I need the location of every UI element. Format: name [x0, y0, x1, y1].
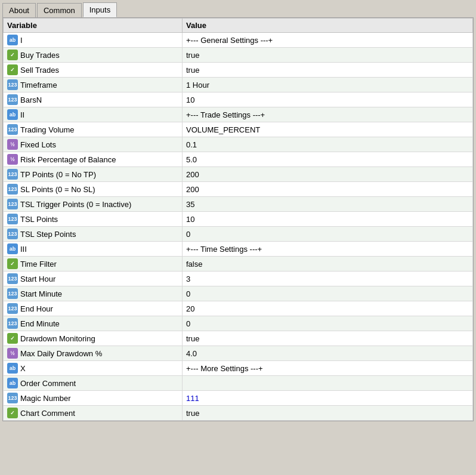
- row-icon: 123: [7, 169, 18, 180]
- value-cell: 0.1: [183, 137, 473, 152]
- row-icon: 123: [7, 199, 18, 209]
- value-cell: +--- Time Settings ---+: [183, 242, 473, 257]
- value-cell: [183, 376, 473, 391]
- row-icon: 123: [7, 214, 18, 224]
- table-row[interactable]: 123Trading VolumeVOLUME_PERCENT: [4, 122, 473, 137]
- table-row[interactable]: ½Fixed Lots0.1: [4, 137, 473, 152]
- variable-label: TP Points (0 = No TP): [20, 170, 96, 179]
- table-row[interactable]: ½Max Daily Drawdown %4.0: [4, 346, 473, 361]
- table-row[interactable]: 123TSL Trigger Points (0 = Inactive)35: [4, 197, 473, 212]
- row-icon: ab: [7, 109, 18, 120]
- variable-label: BarsN: [20, 95, 42, 104]
- value-cell: true: [183, 331, 473, 346]
- value-cell: 4.0: [183, 346, 473, 361]
- tab-bar: About Common Inputs: [0, 0, 476, 17]
- row-icon: ½: [7, 139, 18, 150]
- tab-about[interactable]: About: [2, 3, 36, 17]
- row-icon: ✓: [7, 333, 18, 344]
- table-row[interactable]: abI+--- General Settings ---+: [4, 33, 473, 48]
- variable-label: Time Filter: [20, 260, 57, 269]
- variable-label: Fixed Lots: [20, 140, 56, 149]
- value-cell: 5.0: [183, 152, 473, 167]
- column-header-variable: Variable: [4, 18, 183, 33]
- row-icon: ✓: [7, 258, 18, 269]
- value-cell: true: [183, 48, 473, 63]
- variable-label: Start Hour: [20, 274, 55, 283]
- row-icon: ½: [7, 348, 18, 359]
- row-icon: 123: [7, 318, 18, 329]
- value-cell: 20: [183, 301, 473, 316]
- table-row[interactable]: 123Timeframe1 Hour: [4, 78, 473, 92]
- row-icon: ab: [7, 243, 18, 254]
- table-row[interactable]: abX+--- More Settings ---+: [4, 361, 473, 376]
- table-row[interactable]: 123SL Points (0 = No SL)200: [4, 182, 473, 197]
- variable-label: TSL Trigger Points (0 = Inactive): [20, 200, 131, 209]
- variable-label: I: [20, 36, 23, 45]
- row-icon: ab: [7, 35, 18, 45]
- variable-label: Drawdown Monitoring: [20, 334, 95, 343]
- tab-inputs[interactable]: Inputs: [83, 2, 117, 17]
- variable-label: End Hour: [20, 304, 53, 313]
- value-cell: +--- Trade Settings ---+: [183, 107, 473, 122]
- table-row[interactable]: ✓Sell Tradestrue: [4, 63, 473, 78]
- row-icon: 123: [7, 184, 18, 195]
- row-icon: 123: [7, 303, 18, 314]
- tab-common[interactable]: Common: [37, 3, 82, 17]
- variable-label: X: [20, 364, 26, 373]
- table-row[interactable]: abII+--- Trade Settings ---+: [4, 107, 473, 122]
- row-icon: ab: [7, 378, 18, 388]
- variable-label: Trading Volume: [20, 125, 75, 134]
- table-row[interactable]: 123Magic Number111: [4, 391, 473, 406]
- content-area: Variable Value abI+--- General Settings …: [2, 17, 474, 421]
- value-cell: false: [183, 257, 473, 272]
- variable-label: Order Comment: [20, 379, 76, 388]
- value-cell: +--- More Settings ---+: [183, 361, 473, 376]
- value-cell: 200: [183, 182, 473, 197]
- value-cell: +--- General Settings ---+: [183, 33, 473, 48]
- row-icon: ✓: [7, 50, 18, 60]
- variable-label: Timeframe: [20, 81, 57, 90]
- variable-label: Risk Percentage of Balance: [20, 155, 116, 164]
- value-cell: 10: [183, 92, 473, 107]
- table-row[interactable]: ✓Time Filterfalse: [4, 257, 473, 272]
- variable-label: Start Minute: [20, 289, 62, 298]
- row-icon: ½: [7, 154, 18, 165]
- variable-label: Max Daily Drawdown %: [20, 349, 102, 358]
- variable-label: SL Points (0 = No SL): [20, 185, 95, 194]
- table-row[interactable]: ✓Drawdown Monitoringtrue: [4, 331, 473, 346]
- table-row[interactable]: abOrder Comment: [4, 376, 473, 391]
- table-row[interactable]: 123End Minute0: [4, 316, 473, 331]
- variable-label: Chart Comment: [20, 409, 75, 418]
- table-row[interactable]: 123TSL Step Points0: [4, 227, 473, 242]
- value-cell: 3: [183, 272, 473, 286]
- table-row[interactable]: ✓Buy Tradestrue: [4, 48, 473, 63]
- table-row[interactable]: 123TSL Points10: [4, 212, 473, 227]
- row-icon: 123: [7, 273, 18, 284]
- variable-label: II: [20, 110, 24, 119]
- value-cell: 200: [183, 167, 473, 182]
- row-icon: 123: [7, 288, 18, 299]
- row-icon: 123: [7, 229, 18, 239]
- value-cell: 0: [183, 227, 473, 242]
- table-row[interactable]: 123End Hour20: [4, 301, 473, 316]
- variable-label: Magic Number: [20, 394, 71, 403]
- table-row[interactable]: 123BarsN10: [4, 92, 473, 107]
- table-row[interactable]: abIII+--- Time Settings ---+: [4, 242, 473, 257]
- row-icon: ✓: [7, 64, 18, 75]
- value-cell: 0: [183, 286, 473, 301]
- table-row[interactable]: 123TP Points (0 = No TP)200: [4, 167, 473, 182]
- value-cell: 10: [183, 212, 473, 227]
- value-cell: true: [183, 406, 473, 421]
- row-icon: ✓: [7, 408, 18, 418]
- variable-label: TSL Points: [20, 215, 58, 224]
- table-row[interactable]: ✓Chart Commenttrue: [4, 406, 473, 421]
- value-cell: 111: [183, 391, 473, 406]
- table-row[interactable]: 123Start Minute0: [4, 286, 473, 301]
- value-cell: true: [183, 63, 473, 78]
- variable-label: TSL Step Points: [20, 230, 76, 239]
- variable-label: Sell Trades: [20, 66, 59, 75]
- table-row[interactable]: ½Risk Percentage of Balance5.0: [4, 152, 473, 167]
- value-cell: 1 Hour: [183, 78, 473, 92]
- table-row[interactable]: 123Start Hour3: [4, 272, 473, 286]
- value-cell: VOLUME_PERCENT: [183, 122, 473, 137]
